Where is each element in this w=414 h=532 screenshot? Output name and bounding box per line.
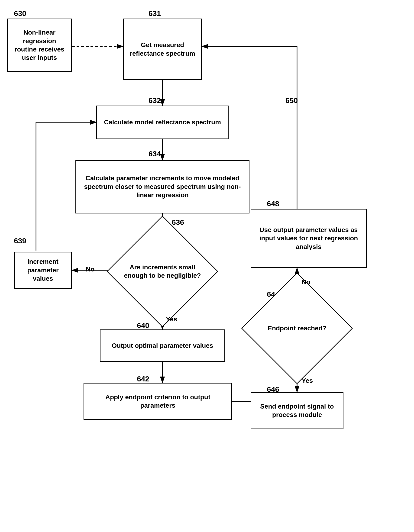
label-640: 640: [137, 321, 149, 330]
diamond-644: Endpoint reached?: [258, 289, 337, 368]
box-642: Apply endpoint criterion to output param…: [84, 383, 232, 420]
box-638: Increment parameter values: [14, 252, 72, 289]
label-650: 650: [285, 96, 298, 105]
label-yes-644: Yes: [302, 377, 313, 384]
label-648: 648: [267, 200, 279, 208]
label-639: 639: [14, 237, 26, 245]
label-631: 631: [149, 9, 161, 18]
box-634: Calculate parameter increments to move m…: [76, 160, 250, 213]
label-no-644: No: [302, 278, 310, 286]
label-634: 634: [149, 150, 161, 158]
label-no-636: No: [86, 266, 95, 273]
label-632: 632: [149, 96, 161, 105]
label-630: 630: [14, 9, 26, 18]
box-646: Send endpoint signal to process module: [251, 392, 343, 429]
box-648: Use output parameter values as input val…: [251, 209, 367, 268]
diamond-636: Are increments small enough to be neglig…: [123, 232, 202, 311]
label-642: 642: [137, 375, 149, 383]
box-632: Calculate model reflectance spectrum: [96, 105, 229, 139]
flowchart-diagram: { "nodes": { "n630_label": "630", "n631_…: [0, 0, 414, 532]
box-630: Non-linear regression routine receives u…: [7, 19, 72, 72]
label-yes-636: Yes: [166, 315, 177, 323]
box-640: Output optimal parameter values: [100, 329, 225, 362]
box-631: Get measured reflectance spectrum: [123, 19, 202, 80]
label-636: 636: [172, 218, 184, 227]
